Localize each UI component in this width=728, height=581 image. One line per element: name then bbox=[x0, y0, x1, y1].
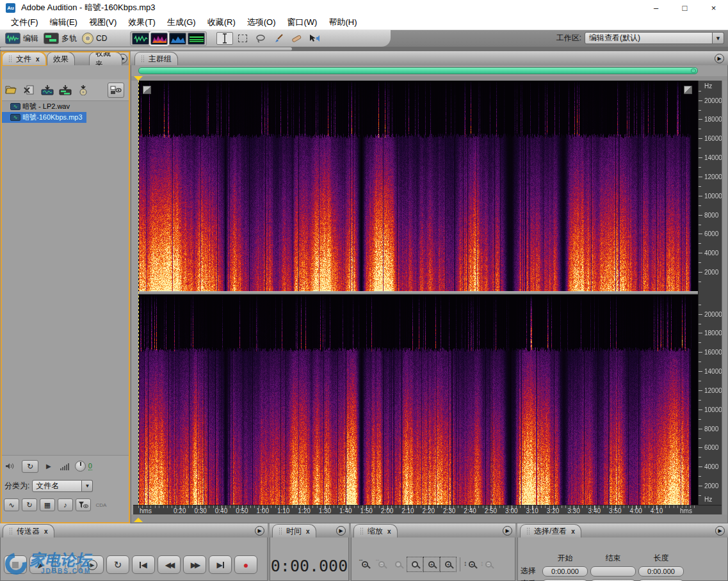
show-loop-icon[interactable]: ↻ bbox=[22, 498, 37, 511]
file-list-item[interactable]: ∿暗號-160Kbps.mp3 bbox=[1, 112, 86, 123]
channel-divider[interactable] bbox=[138, 291, 698, 294]
spectrogram-left-channel[interactable] bbox=[138, 81, 698, 291]
menu-item-1[interactable]: 编辑(E) bbox=[44, 15, 83, 29]
zoom-to-selection-right-button[interactable]: + bbox=[440, 557, 457, 572]
minimize-button[interactable]: – bbox=[642, 0, 670, 15]
time-value-field[interactable] bbox=[590, 566, 636, 577]
close-icon[interactable]: x bbox=[36, 56, 40, 63]
zoom-to-selection-left-button[interactable]: + bbox=[423, 557, 440, 572]
spectral-frequency-view-button[interactable] bbox=[150, 33, 168, 45]
close-icon[interactable]: x bbox=[571, 528, 575, 535]
spectral-pan-view-button[interactable] bbox=[169, 33, 186, 45]
loop-preview-button[interactable]: ↻ bbox=[22, 460, 38, 473]
marquee-selection-tool[interactable] bbox=[234, 32, 251, 45]
menu-item-5[interactable]: 收藏(R) bbox=[202, 15, 241, 29]
panel-menu-button[interactable]: ▶ bbox=[715, 54, 724, 63]
panel-menu-button[interactable]: ▶ bbox=[336, 526, 346, 536]
time-value-field[interactable]: 0:00.000 bbox=[638, 566, 684, 577]
spectral-phase-view-button[interactable] bbox=[188, 33, 205, 45]
workspace-select[interactable]: 编辑查看(默认) bbox=[585, 32, 713, 44]
tab-main-group[interactable]: 主群组 bbox=[134, 52, 178, 65]
close-file-icon[interactable] bbox=[22, 83, 37, 97]
time-value-field[interactable]: 0:00.000 bbox=[542, 579, 588, 581]
scrub-tool[interactable] bbox=[306, 32, 323, 45]
sort-select[interactable]: 文件名 bbox=[32, 480, 82, 492]
close-icon[interactable]: x bbox=[387, 528, 391, 535]
show-options-icon[interactable] bbox=[108, 83, 124, 98]
menu-item-4[interactable]: 生成(G) bbox=[161, 15, 202, 29]
insert-into-cd-icon[interactable] bbox=[76, 83, 91, 97]
waveform-view-button[interactable] bbox=[132, 33, 149, 45]
time-value-field[interactable]: 4:29.923 bbox=[638, 579, 684, 581]
playhead-line[interactable] bbox=[138, 81, 139, 505]
horizontal-range-scrollbar[interactable] bbox=[138, 67, 698, 74]
chevron-down-icon[interactable]: ▼ bbox=[713, 32, 724, 44]
channel-corner-handle-icon[interactable] bbox=[143, 86, 151, 94]
maximize-button[interactable]: □ bbox=[670, 0, 699, 15]
insert-into-multitrack-icon[interactable] bbox=[58, 83, 73, 97]
close-icon[interactable]: x bbox=[44, 528, 48, 535]
zoom-out-horizontal-button[interactable]: ↔− bbox=[373, 557, 390, 572]
tab-zoom[interactable]: 缩放 x bbox=[353, 524, 398, 537]
spectral-display[interactable] bbox=[138, 81, 698, 505]
time-ruler[interactable]: 0:200:300:400:501:001:101:201:301:401:50… bbox=[133, 505, 723, 514]
show-video-icon[interactable]: ▦ bbox=[40, 498, 55, 511]
playhead-strip-bottom[interactable] bbox=[131, 514, 727, 523]
playhead-marker-icon[interactable] bbox=[134, 76, 143, 81]
frequency-ruler[interactable]: 2000018000160001400012000100008000600040… bbox=[698, 81, 723, 505]
menu-item-6[interactable]: 选项(O) bbox=[241, 15, 282, 29]
auto-play-speaker-icon[interactable] bbox=[3, 459, 18, 474]
record-button[interactable]: ● bbox=[234, 555, 257, 574]
time-selection-tool[interactable] bbox=[216, 32, 233, 45]
panel-menu-button[interactable]: ▶ bbox=[715, 526, 725, 536]
zoom-in-horizontal-button[interactable]: ↔+ bbox=[357, 557, 373, 572]
close-button[interactable]: × bbox=[699, 0, 728, 15]
cd-view-button[interactable]: CD bbox=[82, 33, 107, 44]
play-looped-button[interactable]: ↻ bbox=[106, 555, 129, 574]
tab-favorites[interactable]: 收藏夹 bbox=[89, 52, 122, 65]
playhead-strip-top[interactable] bbox=[131, 76, 727, 81]
tab-time[interactable]: 时间 x bbox=[272, 524, 316, 537]
menu-item-2[interactable]: 视图(V) bbox=[83, 15, 122, 29]
range-handle[interactable] bbox=[691, 68, 696, 73]
menu-item-8[interactable]: 帮助(H) bbox=[323, 15, 362, 29]
spectrogram-right-channel[interactable] bbox=[138, 294, 698, 505]
playhead-marker-icon[interactable] bbox=[134, 518, 143, 522]
zoom-in-vertical-button[interactable]: ↕+ bbox=[464, 557, 480, 572]
file-list-item[interactable]: ∿暗號 - LP2.wav bbox=[1, 101, 129, 112]
zoom-out-vertical-button[interactable]: ↕− bbox=[480, 557, 497, 572]
go-to-beginning-button[interactable]: ◀ bbox=[132, 555, 155, 574]
effects-paintbrush-tool[interactable] bbox=[270, 32, 287, 45]
tab-files[interactable]: 文件 x bbox=[2, 52, 46, 65]
fast-forward-button[interactable]: ▶▶ bbox=[183, 555, 206, 574]
rewind-button[interactable]: ◀◀ bbox=[158, 555, 181, 574]
panel-menu-button[interactable]: ▶ bbox=[503, 526, 512, 536]
edit-view-button[interactable]: 编辑 bbox=[5, 33, 38, 44]
tab-transport[interactable]: 传送器 x bbox=[3, 524, 54, 537]
preview-play-button[interactable]: ▶ bbox=[46, 463, 51, 470]
go-to-end-button[interactable]: ▶ bbox=[209, 555, 232, 574]
tab-selection-view[interactable]: 选择/查看 x bbox=[520, 524, 581, 537]
filter-eye-icon[interactable] bbox=[76, 498, 91, 511]
volume-value[interactable]: 0 bbox=[88, 462, 92, 470]
tab-effects[interactable]: 效果 bbox=[47, 52, 75, 65]
import-file-icon[interactable] bbox=[40, 83, 55, 97]
show-audio-icon[interactable]: ∿ bbox=[4, 498, 19, 511]
multitrack-view-button[interactable]: 多轨 bbox=[44, 33, 77, 44]
lasso-selection-tool[interactable] bbox=[252, 32, 269, 45]
open-file-icon[interactable] bbox=[4, 83, 19, 97]
menu-item-3[interactable]: 效果(T) bbox=[122, 15, 161, 29]
cda-icon[interactable]: CDA bbox=[93, 498, 109, 511]
channel-corner-handle-icon[interactable] bbox=[684, 86, 692, 94]
time-value-field[interactable]: 0:00.000 bbox=[542, 566, 588, 577]
panel-menu-button[interactable]: ▶ bbox=[255, 526, 264, 536]
chevron-down-icon[interactable]: ▼ bbox=[82, 480, 93, 492]
zoom-to-selection-button[interactable] bbox=[407, 557, 423, 572]
volume-knob[interactable] bbox=[75, 461, 86, 472]
menu-item-0[interactable]: 文件(F) bbox=[5, 15, 44, 29]
spot-healing-brush-tool[interactable] bbox=[288, 32, 305, 45]
time-value-field[interactable]: 4:29.923 bbox=[590, 579, 636, 581]
menu-item-7[interactable]: 窗口(W) bbox=[282, 15, 323, 29]
close-icon[interactable]: x bbox=[306, 528, 310, 535]
zoom-out-full-button[interactable] bbox=[390, 557, 407, 572]
